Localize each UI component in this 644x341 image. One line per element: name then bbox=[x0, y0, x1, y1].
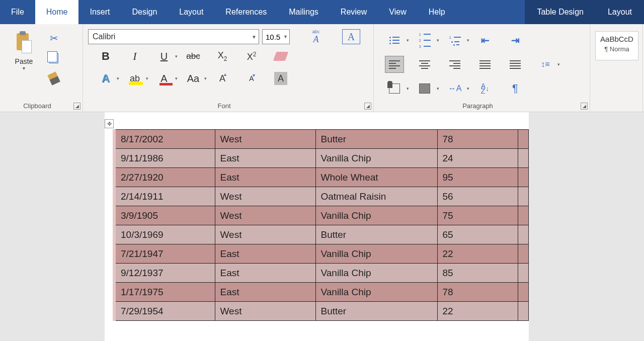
row-selection-marker[interactable] bbox=[518, 283, 528, 302]
tab-help[interactable]: Help bbox=[418, 0, 456, 24]
table-move-handle[interactable]: ✥ bbox=[105, 119, 114, 128]
cell-region[interactable]: West bbox=[215, 225, 315, 244]
italic-button[interactable]: I bbox=[127, 49, 142, 64]
cell-date[interactable]: 7/21/1947 bbox=[114, 244, 215, 264]
row-selection-marker[interactable] bbox=[518, 206, 528, 225]
highlight-button[interactable]: ab▾ bbox=[127, 71, 142, 86]
font-color-button[interactable]: A▾ bbox=[156, 71, 172, 86]
clipboard-dialog-launcher[interactable]: ◢ bbox=[73, 103, 80, 110]
shading-button[interactable]: ▾ bbox=[385, 80, 404, 97]
data-table[interactable]: 8/17/2002WestButter789/11/1986EastVanill… bbox=[113, 129, 529, 321]
text-effects-button[interactable]: A▾ bbox=[98, 71, 113, 86]
tab-view[interactable]: View bbox=[378, 0, 417, 24]
cell-product[interactable]: Vanilla Chip bbox=[315, 264, 437, 283]
cell-qty[interactable]: 24 bbox=[437, 149, 518, 168]
underline-button[interactable]: U▾ bbox=[156, 49, 172, 64]
cell-date[interactable]: 9/11/1986 bbox=[114, 149, 215, 168]
copy-button[interactable] bbox=[48, 52, 60, 64]
cell-date[interactable]: 9/12/1937 bbox=[114, 264, 215, 283]
font-name-selector[interactable]: Calibri ▼ bbox=[88, 29, 259, 44]
cell-region[interactable]: East bbox=[215, 168, 315, 187]
font-dialog-launcher[interactable]: ◢ bbox=[364, 103, 371, 110]
font-size-selector[interactable]: 10.5 ▼ bbox=[262, 29, 290, 44]
paste-button[interactable]: Paste ▾ bbox=[5, 28, 43, 84]
format-painter-button[interactable] bbox=[48, 72, 60, 84]
tab-layout[interactable]: Layout bbox=[596, 0, 644, 24]
strikethrough-button[interactable]: abc bbox=[186, 49, 201, 64]
table-row[interactable]: 7/29/1954WestButter22 bbox=[114, 302, 528, 321]
multilevel-list-button[interactable]: 1▾ bbox=[445, 32, 464, 49]
justify-button[interactable] bbox=[475, 56, 495, 73]
text-direction-button[interactable]: ↔A▾ bbox=[445, 80, 464, 97]
row-selection-marker[interactable] bbox=[518, 187, 528, 206]
cell-product[interactable]: Vanilla Chip bbox=[315, 206, 437, 225]
cell-qty[interactable]: 56 bbox=[437, 187, 518, 206]
tab-layout[interactable]: Layout bbox=[168, 0, 214, 24]
cell-qty[interactable]: 22 bbox=[437, 244, 518, 264]
character-shading-button[interactable]: A bbox=[273, 71, 288, 86]
cell-date[interactable]: 10/3/1969 bbox=[114, 225, 215, 244]
cell-date[interactable]: 7/29/1954 bbox=[114, 302, 215, 321]
cell-product[interactable]: Butter bbox=[315, 302, 437, 321]
distributed-button[interactable] bbox=[506, 56, 525, 73]
bullets-button[interactable]: ▾ bbox=[385, 32, 404, 49]
table-row[interactable]: 3/9/1905WestVanilla Chip75 bbox=[114, 206, 528, 225]
cell-date[interactable]: 1/17/1975 bbox=[114, 283, 215, 302]
tab-mailings[interactable]: Mailings bbox=[278, 0, 330, 24]
shrink-font-button[interactable]: A▾ bbox=[244, 71, 259, 86]
cell-region[interactable]: East bbox=[215, 149, 315, 168]
cell-date[interactable]: 2/14/1911 bbox=[114, 187, 215, 206]
cell-region[interactable]: West bbox=[215, 187, 315, 206]
row-selection-marker[interactable] bbox=[518, 130, 528, 149]
cell-date[interactable]: 3/9/1905 bbox=[114, 206, 215, 225]
table-row[interactable]: 9/12/1937EastVanilla Chip85 bbox=[114, 264, 528, 283]
row-selection-marker[interactable] bbox=[518, 264, 528, 283]
row-selection-marker[interactable] bbox=[518, 302, 528, 321]
cell-qty[interactable]: 22 bbox=[437, 302, 518, 321]
cell-product[interactable]: Vanilla Chip bbox=[315, 244, 437, 264]
increase-indent-button[interactable]: ⇥ bbox=[506, 32, 525, 49]
cell-date[interactable]: 8/17/2002 bbox=[114, 130, 215, 149]
table-row[interactable]: 2/27/1920EastWhole Wheat95 bbox=[114, 168, 528, 187]
show-hide-button[interactable]: ¶ bbox=[506, 80, 525, 97]
numbering-button[interactable]: 123▾ bbox=[415, 32, 434, 49]
borders-button[interactable]: ▾ bbox=[415, 80, 434, 97]
cell-date[interactable]: 2/27/1920 bbox=[114, 168, 215, 187]
style-normal[interactable]: AaBbCcD ¶ Norma bbox=[595, 31, 638, 60]
superscript-button[interactable]: X2 bbox=[244, 49, 259, 64]
character-border-button[interactable]: A bbox=[342, 29, 360, 44]
tab-file[interactable]: File bbox=[0, 0, 35, 24]
line-spacing-button[interactable]: ↕≡▾ bbox=[536, 56, 555, 73]
table-row[interactable]: 8/17/2002WestButter78 bbox=[114, 130, 528, 149]
cell-product[interactable]: Vanilla Chip bbox=[315, 149, 437, 168]
table-row[interactable]: 1/17/1975EastVanilla Chip78 bbox=[114, 283, 528, 302]
cut-button[interactable]: ✂ bbox=[48, 32, 60, 44]
bold-button[interactable]: B bbox=[98, 49, 113, 64]
tab-table-design[interactable]: Table Design bbox=[525, 0, 596, 24]
cell-region[interactable]: West bbox=[215, 130, 315, 149]
tab-review[interactable]: Review bbox=[330, 0, 378, 24]
align-center-button[interactable] bbox=[415, 56, 434, 73]
row-selection-marker[interactable] bbox=[518, 168, 528, 187]
cell-qty[interactable]: 78 bbox=[437, 130, 518, 149]
cell-product[interactable]: Vanilla Chip bbox=[315, 283, 437, 302]
cell-qty[interactable]: 85 bbox=[437, 264, 518, 283]
tab-home[interactable]: Home bbox=[35, 0, 79, 24]
table-row[interactable]: 2/14/1911WestOatmeal Raisin56 bbox=[114, 187, 528, 206]
cell-qty[interactable]: 78 bbox=[437, 283, 518, 302]
cell-product[interactable]: Oatmeal Raisin bbox=[315, 187, 437, 206]
eraser-button[interactable] bbox=[273, 49, 288, 64]
row-selection-marker[interactable] bbox=[518, 225, 528, 244]
tab-design[interactable]: Design bbox=[121, 0, 168, 24]
cell-qty[interactable]: 95 bbox=[437, 168, 518, 187]
cell-region[interactable]: East bbox=[215, 283, 315, 302]
clear-formatting-button[interactable]: abcA bbox=[306, 29, 326, 44]
cell-product[interactable]: Whole Wheat bbox=[315, 168, 437, 187]
cell-qty[interactable]: 75 bbox=[437, 206, 518, 225]
tab-insert[interactable]: Insert bbox=[78, 0, 121, 24]
cell-region[interactable]: East bbox=[215, 244, 315, 264]
cell-product[interactable]: Butter bbox=[315, 225, 437, 244]
cell-region[interactable]: West bbox=[215, 302, 315, 321]
table-row[interactable]: 7/21/1947EastVanilla Chip22 bbox=[114, 244, 528, 264]
row-selection-marker[interactable] bbox=[518, 244, 528, 264]
